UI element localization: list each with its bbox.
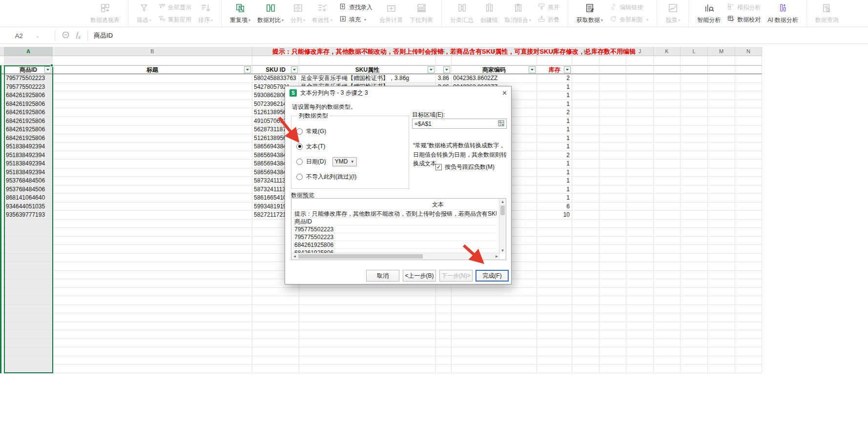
cell[interactable] [252,56,299,65]
cell-m[interactable] [708,177,735,185]
cell-j[interactable] [626,108,654,117]
cell-k[interactable] [654,100,681,109]
cell-k[interactable] [654,74,681,83]
column-header-L[interactable]: L [681,47,708,56]
cell[interactable] [599,330,626,339]
vertical-scroll-thumb[interactable] [500,205,505,215]
cell[interactable] [252,347,299,356]
cell-i[interactable] [599,125,626,134]
cell[interactable] [452,322,537,331]
cell-g[interactable]: 1 [537,160,572,168]
cell-b[interactable] [53,211,252,220]
cell[interactable] [681,279,708,288]
cell[interactable] [299,339,436,348]
cell-i[interactable] [599,151,626,160]
cell-l[interactable] [681,100,708,109]
cell[interactable] [4,364,53,373]
filter-dropdown-icon[interactable] [564,66,571,73]
cell[interactable] [252,364,299,373]
cell[interactable] [626,254,654,263]
cell[interactable] [436,296,452,305]
cell[interactable] [681,305,708,314]
filter-dropdown-icon[interactable] [443,66,450,73]
toolbar-button-ai[interactable]: AI 数据分析 [764,2,802,25]
cell[interactable] [0,288,4,297]
cell-m[interactable] [708,100,735,109]
cell[interactable] [0,339,4,348]
radio-circle-selected[interactable] [296,143,303,150]
cell[interactable] [654,279,681,288]
cell-n[interactable] [735,134,762,143]
cell[interactable] [53,305,252,314]
cell-h[interactable] [572,151,599,160]
cell[interactable] [735,56,762,65]
cell-h[interactable] [572,134,599,143]
cell[interactable] [708,364,735,373]
cell[interactable] [537,347,572,356]
filter-dropdown-icon[interactable] [428,66,434,73]
cell[interactable] [252,322,299,331]
cell-i[interactable] [599,108,626,117]
cell[interactable] [654,220,681,228]
header-cell-e[interactable] [436,65,452,74]
cell-h[interactable] [572,202,599,211]
select-all-corner[interactable] [0,47,4,56]
cell-h[interactable] [572,83,599,92]
radio-text[interactable]: 文本(T) [296,142,409,150]
cell-j[interactable] [626,83,654,92]
radio-circle[interactable] [296,174,303,180]
cell-k[interactable] [654,142,681,151]
cell-gutter[interactable] [0,74,4,83]
cell[interactable] [654,356,681,365]
cell[interactable] [436,347,452,356]
cell-i[interactable] [599,160,626,168]
cell-i[interactable] [599,117,626,126]
cell-m[interactable] [708,185,735,194]
cell-gutter[interactable] [0,108,4,117]
cell[interactable] [708,330,735,339]
cell[interactable] [0,237,4,245]
cell-j[interactable] [626,100,654,109]
cell[interactable] [735,322,762,331]
cell[interactable] [4,228,53,237]
cell[interactable] [572,347,599,356]
cell[interactable] [53,330,252,339]
cell[interactable] [252,313,299,322]
cell[interactable] [735,220,762,228]
cell-k[interactable] [654,151,681,160]
cell-b[interactable] [53,83,252,92]
cell-b[interactable] [53,151,252,160]
cell-m[interactable] [708,83,735,92]
column-header-M[interactable]: M [708,47,735,56]
cell-k[interactable] [654,125,681,134]
radio-date[interactable]: 日期(D) YMD ▼ [296,158,409,165]
cell-g[interactable]: 1 [537,142,572,151]
cell[interactable] [626,356,654,365]
cell[interactable] [626,313,654,322]
cell[interactable] [708,262,735,271]
column-header-N[interactable]: N [735,47,762,56]
cell[interactable] [537,288,572,297]
cell[interactable] [654,262,681,271]
cell[interactable] [681,347,708,356]
cell-g[interactable]: 1 [537,185,572,194]
cell[interactable] [735,364,762,373]
cell-g[interactable]: 2 [537,108,572,117]
radio-general[interactable]: 常规(G) [296,127,409,135]
cell[interactable] [4,220,53,228]
cell-i[interactable] [599,194,626,202]
cell[interactable] [681,288,708,297]
cell[interactable] [452,347,537,356]
cell[interactable] [654,271,681,280]
header-cell-b[interactable]: 标题 [53,65,252,74]
cell[interactable] [735,228,762,237]
cell[interactable] [681,330,708,339]
cell-k[interactable] [654,83,681,92]
cell-b[interactable] [53,117,252,126]
cell[interactable] [53,254,252,263]
scroll-down-icon[interactable]: ▼ [499,247,506,254]
cell[interactable] [436,364,452,373]
cell-m[interactable] [708,142,735,151]
cell[interactable] [452,288,537,297]
cell-j[interactable] [626,91,654,100]
